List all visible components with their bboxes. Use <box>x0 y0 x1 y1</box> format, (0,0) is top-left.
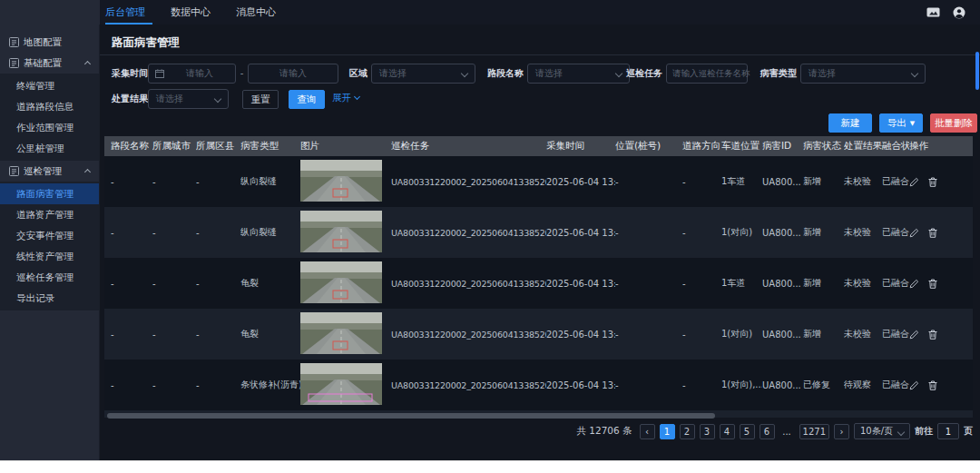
sidebar-item-7[interactable]: 路面病害管理 <box>0 183 99 204</box>
goto-page-input[interactable] <box>937 423 959 439</box>
capture-time-end-input[interactable]: 请输入 <box>248 64 338 84</box>
table-row-2[interactable]: ---纵向裂缝UA800331220002_202506041338520592… <box>104 207 973 258</box>
page-button-6[interactable]: 6 <box>760 424 775 439</box>
screenshot-icon[interactable] <box>926 7 940 18</box>
page-button-2[interactable]: 2 <box>680 424 695 439</box>
page-button-1271[interactable]: 1271 <box>799 424 829 439</box>
edit-icon[interactable] <box>909 228 919 238</box>
sidebar-item-5[interactable]: 公里桩管理 <box>0 138 99 159</box>
cell-fusion: 已融合 <box>882 277 909 290</box>
sidebar-item-label: 巡检管理 <box>24 165 62 178</box>
cell-result: 未校验 <box>844 328 882 340</box>
vertical-scrollbar-thumb[interactable] <box>975 52 979 90</box>
page-button-3[interactable]: 3 <box>700 424 715 439</box>
column-header-14: 操作 <box>909 140 973 153</box>
sidebar-item-10[interactable]: 线性资产管理 <box>0 246 99 267</box>
user-avatar-icon[interactable] <box>953 6 965 19</box>
sidebar-item-12[interactable]: 导出记录 <box>0 288 99 309</box>
cell-id: UA800... <box>762 330 803 340</box>
cell-road: - <box>111 279 152 289</box>
tab-backend-management[interactable]: 后台管理 <box>100 0 158 25</box>
sidebar-item-4[interactable]: 作业范围管理 <box>0 117 99 138</box>
delete-icon[interactable] <box>928 330 937 340</box>
row-actions <box>909 279 973 289</box>
sidebar-item-1[interactable]: 基础配置 <box>0 53 99 74</box>
sidebar-item-6[interactable]: 巡检管理 <box>0 161 99 182</box>
expand-filters-link[interactable]: 展开 <box>332 92 359 104</box>
page-button-5[interactable]: 5 <box>740 424 755 439</box>
disease-photo-thumbnail[interactable] <box>300 160 391 203</box>
delete-icon[interactable] <box>928 177 937 187</box>
capture-time-label: 采集时间 <box>112 64 148 84</box>
edit-icon[interactable] <box>909 380 919 390</box>
sidebar-item-8[interactable]: 道路资产管理 <box>0 204 99 225</box>
sidebar-item-11[interactable]: 巡检任务管理 <box>0 267 99 288</box>
table-body: ---纵向裂缝UA800331220002_202506041338520592… <box>104 156 973 418</box>
export-button[interactable]: 导出▼ <box>879 113 923 133</box>
cell-lane: 1车道 <box>721 175 762 188</box>
page-size-select[interactable]: 10条/页 <box>854 423 910 439</box>
road-name-select[interactable]: 请选择 <box>527 64 630 84</box>
disease-type-select[interactable]: 请选择 <box>800 64 926 84</box>
calendar-icon <box>155 69 164 78</box>
page-buttons: 123456...1271 <box>660 424 829 439</box>
sidebar-item-label: 基础配置 <box>24 57 62 70</box>
cell-id: UA800... <box>762 228 803 238</box>
disease-photo-thumbnail[interactable] <box>300 312 391 356</box>
disease-photo-thumbnail[interactable] <box>300 211 391 254</box>
row-actions <box>909 380 973 390</box>
table-row-1[interactable]: ---纵向裂缝UA800331220002_202506041338520592… <box>104 156 973 207</box>
handle-result-select[interactable]: 请选择 <box>148 89 229 109</box>
next-page-button[interactable]: › <box>834 424 849 439</box>
batch-delete-button[interactable]: 批量删除 <box>930 113 977 133</box>
tab-message-center[interactable]: 消息中心 <box>223 0 289 25</box>
horizontal-scrollbar[interactable] <box>107 413 715 419</box>
capture-time-start-input[interactable]: 请输入 <box>148 64 236 84</box>
menu-icon <box>9 166 19 176</box>
region-select[interactable]: 请选择 <box>371 64 475 84</box>
table-row-5[interactable]: ---条状修补(沥青)UA800331220002_20250604133852… <box>104 360 973 410</box>
inspection-task-label: 巡检任务 <box>626 64 662 84</box>
cell-lane: 1(对向) <box>721 226 762 239</box>
reset-button[interactable]: 重置 <box>242 90 279 109</box>
sidebar-item-3[interactable]: 道路路段信息 <box>0 96 99 117</box>
cell-type: 条状修补(沥青) <box>240 379 300 391</box>
sidebar-item-0[interactable]: 地图配置 <box>0 32 99 53</box>
disease-photo-thumbnail[interactable] <box>300 363 391 407</box>
edit-icon[interactable] <box>909 330 919 340</box>
sidebar-item-2[interactable]: 终端管理 <box>0 75 99 96</box>
filter-region: 区域 请选择 <box>349 64 475 84</box>
sidebar-submenu: 终端管理道路路段信息作业范围管理公里桩管理 <box>0 74 99 161</box>
handle-result-label: 处置结果 <box>112 89 148 109</box>
topbar-corner <box>0 0 100 25</box>
cell-direction: - <box>682 330 721 340</box>
delete-icon[interactable] <box>928 380 937 390</box>
tab-data-center[interactable]: 数据中心 <box>158 0 223 25</box>
table-header: 路段名称所属城市所属区县病害类型图片巡检任务采集时间位置(桩号)道路方向车道位置… <box>104 136 973 156</box>
delete-icon[interactable] <box>928 228 937 238</box>
page-button-1[interactable]: 1 <box>660 424 675 439</box>
cell-position: - <box>615 177 682 187</box>
cell-direction: - <box>682 177 721 187</box>
search-button[interactable]: 查询 <box>289 90 325 109</box>
page-button-4[interactable]: 4 <box>720 424 735 439</box>
column-header-7: 位置(桩号) <box>615 140 682 153</box>
page-ellipsis[interactable]: ... <box>779 424 795 439</box>
cell-lane: 1(对向),... <box>721 379 762 391</box>
edit-icon[interactable] <box>909 177 919 187</box>
create-button[interactable]: 新建 <box>828 113 872 133</box>
cell-type: 纵向裂缝 <box>240 226 300 239</box>
sidebar-item-9[interactable]: 交安事件管理 <box>0 225 99 246</box>
disease-photo-thumbnail[interactable] <box>300 261 391 305</box>
cell-county: - <box>196 380 240 390</box>
cell-road: - <box>111 330 152 340</box>
column-header-5: 巡检任务 <box>391 140 546 153</box>
table-row-4[interactable]: ---龟裂UA800331220002_20250604133852059202… <box>104 309 973 360</box>
inspection-task-input[interactable]: 请输入巡检任务名称 <box>666 64 748 84</box>
cell-time: 2025-06-04 13:50 <box>546 228 615 238</box>
delete-icon[interactable] <box>928 279 937 289</box>
table-row-3[interactable]: ---龟裂UA800331220002_20250604133852059202… <box>104 258 973 309</box>
column-header-3: 病害类型 <box>240 140 300 153</box>
prev-page-button[interactable]: ‹ <box>640 424 655 439</box>
edit-icon[interactable] <box>909 279 919 289</box>
